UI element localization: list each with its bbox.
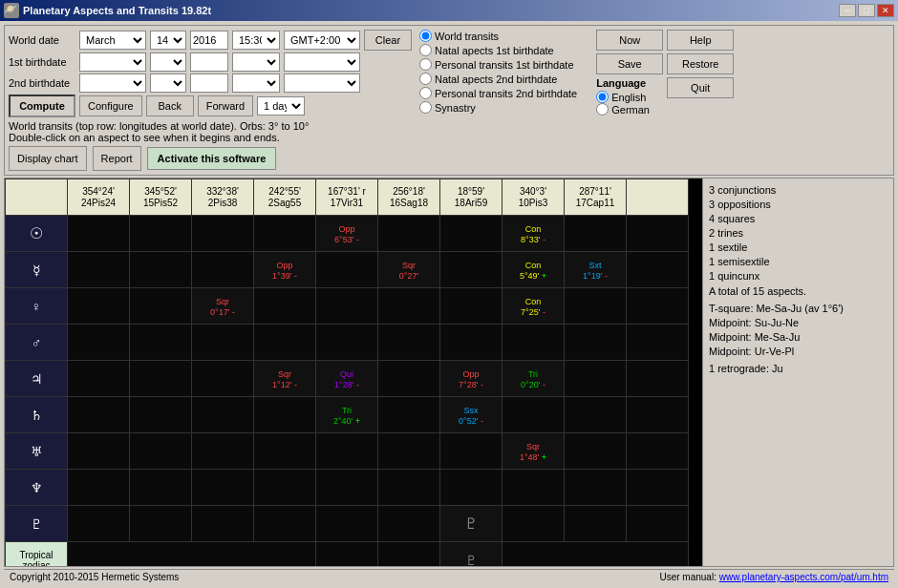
- report-button[interactable]: Report: [93, 146, 141, 171]
- birth2-month[interactable]: [79, 74, 146, 93]
- compute-button[interactable]: Compute: [9, 94, 75, 117]
- manual-link[interactable]: www.planetary-aspects.com/pat/um.htm: [719, 572, 888, 582]
- birth1-day[interactable]: [150, 52, 186, 72]
- stat-sextile: 1 sextile: [709, 242, 887, 253]
- display-chart-button[interactable]: Display chart: [9, 146, 87, 171]
- cell-nep-4: [316, 470, 378, 506]
- cell-plu-1: [130, 506, 192, 542]
- year-input[interactable]: [190, 31, 228, 50]
- cell-ura-4: [316, 433, 378, 470]
- quit-button[interactable]: Quit: [667, 77, 734, 98]
- help-button[interactable]: Help: [667, 30, 734, 51]
- birth2-tz[interactable]: [284, 74, 360, 93]
- cell-jup-7[interactable]: Tri 0°20' -: [502, 361, 565, 397]
- radio-personal1[interactable]: Personal transits 1st birthdate: [419, 58, 577, 71]
- row-planet-neptune: ♆: [6, 470, 68, 506]
- radio-synastry[interactable]: Synastry: [419, 101, 577, 114]
- cell-sat-last: [627, 397, 689, 433]
- cell-plu-6[interactable]: ♇: [440, 506, 502, 542]
- row-jupiter: ♃ Sqr 1°12' - Qui 1°28' -: [6, 361, 689, 397]
- birth2-day[interactable]: [150, 74, 186, 93]
- cell-merc-8[interactable]: Sxt 1°19' -: [565, 252, 627, 288]
- cell-ura-7[interactable]: Sqr 1°48' +: [502, 433, 565, 470]
- radio-english[interactable]: English: [596, 91, 663, 103]
- cell-sat-6[interactable]: Ssx 0°52' -: [440, 397, 502, 433]
- cell-merc-last: [627, 252, 689, 288]
- aspect-grid-container[interactable]: 354°24'24Pis24 345°52'15Pis52 332°38'2Pi…: [5, 178, 702, 566]
- maximize-button[interactable]: □: [858, 4, 875, 17]
- stat-oppositions: 3 oppositions: [709, 199, 887, 210]
- header-row: 354°24'24Pis24 345°52'15Pis52 332°38'2Pi…: [6, 179, 689, 216]
- compute-row: Compute Configure Back Forward 1 day: [9, 94, 412, 117]
- step-select[interactable]: 1 day: [257, 96, 305, 116]
- back-button[interactable]: Back: [146, 95, 194, 116]
- birth1-tz[interactable]: [284, 52, 360, 72]
- birth2-year[interactable]: [190, 74, 228, 93]
- birth1-year[interactable]: [190, 52, 228, 72]
- cell-sun-4[interactable]: Opp 6°53' -: [316, 216, 378, 252]
- close-button[interactable]: ✕: [877, 4, 894, 17]
- activate-software-button[interactable]: Activate this software: [147, 147, 277, 170]
- configure-button[interactable]: Configure: [79, 95, 142, 116]
- minimize-button[interactable]: −: [839, 4, 856, 17]
- month-select[interactable]: March: [79, 31, 146, 50]
- timezone-select[interactable]: GMT+2:00: [284, 31, 360, 50]
- cell-jup-3[interactable]: Sqr 1°12' -: [254, 361, 316, 397]
- cell-ven-3: [254, 288, 316, 325]
- footer: Copyright 2010-2015 Hermetic Systems Use…: [4, 569, 894, 584]
- row-planet-mercury: ☿: [6, 252, 68, 288]
- cell-ura-2: [192, 433, 254, 470]
- first-birthdate-row: 1st birthdate: [9, 52, 412, 72]
- cell-jup-last: [627, 361, 689, 397]
- app-icon: 🪐: [4, 3, 19, 18]
- cell-ven-7[interactable]: Con 7°25' -: [502, 288, 565, 325]
- restore-button[interactable]: Restore: [667, 53, 734, 74]
- cell-jup-6[interactable]: Opp 7°28' -: [440, 361, 502, 397]
- stat-semisextile: 1 semisextile: [709, 256, 887, 267]
- now-button[interactable]: Now: [596, 30, 663, 51]
- title-bar: 🪐 Planetary Aspects and Transits 19.82t …: [0, 0, 898, 21]
- world-date-row: World date March 14 15:30 GMT+2:00 Clear: [9, 30, 412, 51]
- stat-tsquare: T-square: Me-Sa-Ju (av 1°6'): [709, 303, 887, 314]
- birth2-time[interactable]: [232, 74, 280, 93]
- cell-sun-7[interactable]: Con 8°33' -: [502, 216, 565, 252]
- cell-ven-2[interactable]: Sqr 0°17' -: [192, 288, 254, 325]
- birth1-time[interactable]: [232, 52, 280, 72]
- top-section: World date March 14 15:30 GMT+2:00 Clear: [4, 25, 894, 176]
- cell-bottom-6: ♇: [440, 542, 502, 567]
- cell-sat-5: [378, 397, 440, 433]
- cell-plu-4: [316, 506, 378, 542]
- day-select[interactable]: 14: [150, 31, 186, 50]
- cell-merc-0: [68, 252, 130, 288]
- cell-mars-2: [192, 325, 254, 361]
- cell-merc-7[interactable]: Con 5°49' +: [502, 252, 565, 288]
- cell-ura-1: [130, 433, 192, 470]
- stat-midpoint3: Midpoint: Ur-Ve-Pl: [709, 346, 887, 357]
- row-planet-jupiter: ♃: [6, 361, 68, 397]
- cell-sat-1: [130, 397, 192, 433]
- radio-german[interactable]: German: [596, 103, 663, 116]
- cell-sat-0: [68, 397, 130, 433]
- cell-merc-5[interactable]: Sqr 0°27': [378, 252, 440, 288]
- radio-personal2[interactable]: Personal transits 2nd birthdate: [419, 87, 577, 99]
- cell-merc-4: [316, 252, 378, 288]
- cell-ura-last: [627, 433, 689, 470]
- clear-button[interactable]: Clear: [364, 30, 412, 51]
- radio-natal1[interactable]: Natal apects 1st birthdate: [419, 44, 577, 56]
- cell-sun-1: [130, 216, 192, 252]
- app-title: Planetary Aspects and Transits 19.82t: [23, 5, 211, 16]
- cell-plu-7: [502, 506, 565, 542]
- cell-sat-4[interactable]: Tri 2°40' +: [316, 397, 378, 433]
- birth1-month[interactable]: [79, 52, 146, 72]
- save-button[interactable]: Save: [596, 53, 663, 74]
- time-select[interactable]: 15:30: [232, 31, 280, 50]
- cell-ven-1: [130, 288, 192, 325]
- cell-merc-3[interactable]: Opp 1°39' -: [254, 252, 316, 288]
- cell-jup-4[interactable]: Qui 1°28' -: [316, 361, 378, 397]
- forward-button[interactable]: Forward: [198, 95, 253, 116]
- stat-squares: 4 squares: [709, 213, 887, 224]
- radio-world-transits[interactable]: World transits: [419, 30, 577, 42]
- cell-mars-6: [440, 325, 502, 361]
- row-planet-sun: ☉: [6, 216, 68, 252]
- radio-natal2[interactable]: Natal apects 2nd birthdate: [419, 73, 577, 85]
